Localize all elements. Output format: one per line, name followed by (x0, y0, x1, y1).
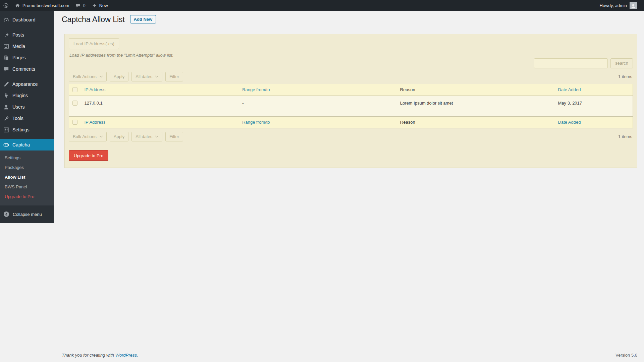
cell-ip-address: 127.0.0.1 (81, 96, 239, 116)
comment-bubble-icon (75, 3, 81, 8)
filter-button-bottom[interactable]: Filter (165, 132, 183, 141)
comments-icon (3, 66, 9, 72)
allow-list-table: IP Address Range from/to Reason Date Add… (69, 84, 633, 128)
items-count-bottom: 1 items (618, 134, 633, 139)
submenu-item-allow-list[interactable]: Allow List (0, 172, 54, 182)
admin-sidebar: Dashboard Posts Media Pages Comments App… (0, 11, 54, 223)
collapse-arrow-icon (3, 211, 10, 218)
submenu-item-packages[interactable]: Packages (0, 163, 54, 172)
sidebar-item-pages[interactable]: Pages (0, 52, 54, 63)
comments-menu[interactable]: 0 (72, 0, 88, 11)
wordpress-logo-icon (3, 3, 9, 8)
footer-header-date-added[interactable]: Date Added (555, 116, 633, 128)
sidebar-item-users[interactable]: Users (0, 101, 54, 113)
load-ip-button[interactable]: Load IP Address(-es) (69, 38, 119, 49)
submenu-item-settings[interactable]: Settings (0, 153, 54, 163)
footer-version: Version 5.6 (615, 353, 637, 358)
sidebar-item-media[interactable]: Media (0, 41, 54, 52)
sidebar-item-appearance[interactable]: Appearance (0, 78, 54, 90)
pages-icon (3, 55, 9, 61)
apply-button[interactable]: Apply (110, 72, 129, 81)
chevron-down-icon (155, 74, 159, 78)
cell-range: - (239, 96, 397, 116)
items-count: 1 items (618, 74, 633, 79)
wp-logo-button[interactable] (0, 0, 12, 11)
search-button[interactable]: search (610, 58, 633, 68)
plus-icon (92, 3, 97, 8)
footer: Thank you for creating with WordPress. V… (54, 350, 644, 362)
new-menu[interactable]: New (89, 0, 111, 11)
howdy-text: Howdy, admin (600, 3, 627, 8)
footer-thanks: Thank you for creating with WordPress. (62, 353, 138, 358)
tablenav-bottom: Bulk Actions Apply All dates Filter 1 it… (69, 132, 633, 141)
allow-list-panel: Load IP Address(-es) Load IP addresses f… (64, 34, 637, 168)
column-header-ip-address[interactable]: IP Address (81, 84, 239, 96)
admin-bar: Promo bestwebsoft.com 0 New Howdy, admin (0, 0, 644, 11)
apply-button-bottom[interactable]: Apply (110, 132, 129, 141)
menu-separator (0, 25, 54, 29)
column-header-date-added[interactable]: Date Added (555, 84, 633, 96)
sidebar-item-dashboard[interactable]: Dashboard (0, 14, 54, 25)
menu-separator (0, 135, 54, 139)
dates-filter-select-bottom[interactable]: All dates (131, 132, 162, 141)
person-icon (630, 3, 636, 9)
sidebar-item-label: Users (12, 104, 25, 110)
collapse-menu-label: Collapse menu (13, 212, 42, 217)
dates-filter-select[interactable]: All dates (131, 72, 162, 81)
filter-button[interactable]: Filter (165, 72, 183, 81)
select-all-checkbox-footer[interactable] (72, 120, 77, 125)
appearance-icon (3, 81, 9, 87)
main-area: Captcha Allow List Add New Load IP Addre… (54, 11, 644, 350)
sidebar-item-label: Tools (12, 116, 23, 121)
captcha-submenu: Settings Packages Allow List BWS Panel U… (0, 150, 54, 205)
sidebar-item-label: Settings (12, 127, 30, 132)
dashboard-icon (3, 17, 9, 23)
collapse-menu-button[interactable]: Collapse menu (0, 205, 54, 223)
submenu-item-upgrade-to-pro[interactable]: Upgrade to Pro (0, 192, 54, 201)
wordpress-link[interactable]: WordPress (115, 353, 137, 358)
table-row: 127.0.0.1 - Lorem Ipsum dolor sit amet M… (69, 96, 633, 116)
content-area: Captcha Allow List Add New Load IP Addre… (54, 0, 644, 362)
sidebar-item-posts[interactable]: Posts (0, 29, 54, 41)
dates-filter-label: All dates (136, 74, 152, 79)
sidebar-item-plugins[interactable]: Plugins (0, 90, 54, 101)
site-menu[interactable]: Promo bestwebsoft.com (12, 0, 72, 11)
sidebar-item-label: Appearance (12, 81, 38, 87)
account-menu[interactable]: Howdy, admin (595, 0, 640, 11)
row-checkbox[interactable] (72, 101, 77, 106)
cell-date-added: May 3, 2017 (555, 96, 633, 116)
footer-header-ip-address[interactable]: IP Address (81, 116, 239, 128)
sidebar-item-tools[interactable]: Tools (0, 113, 54, 124)
settings-icon (3, 127, 9, 133)
plugin-icon (3, 93, 9, 99)
cell-reason: Lorem Ipsum dolor sit amet (397, 96, 555, 116)
bulk-actions-select-bottom[interactable]: Bulk Actions (69, 132, 107, 141)
chevron-down-icon (155, 134, 159, 138)
bulk-actions-label: Bulk Actions (73, 134, 97, 139)
pin-icon (3, 32, 9, 38)
sidebar-item-settings[interactable]: Settings (0, 124, 54, 135)
sidebar-item-label: Posts (12, 32, 24, 38)
bulk-actions-label: Bulk Actions (73, 74, 97, 79)
upgrade-to-pro-button[interactable]: Upgrade to Pro (69, 150, 108, 161)
media-icon (3, 43, 9, 50)
select-all-checkbox[interactable] (72, 87, 77, 92)
captcha-icon (3, 142, 9, 148)
comments-count: 0 (83, 3, 85, 8)
column-header-range[interactable]: Range from/to (239, 84, 397, 96)
chevron-down-icon (99, 74, 103, 78)
footer-header-range[interactable]: Range from/to (239, 116, 397, 128)
site-name: Promo bestwebsoft.com (22, 3, 69, 8)
submenu-item-bws-panel[interactable]: BWS Panel (0, 182, 54, 192)
sidebar-item-captcha[interactable]: Captcha (0, 139, 54, 150)
sidebar-item-comments[interactable]: Comments (0, 63, 54, 75)
dates-filter-label: All dates (136, 134, 152, 139)
sidebar-item-label: Media (12, 44, 25, 49)
search-row: search (69, 58, 633, 68)
add-new-button[interactable]: Add New (130, 15, 156, 23)
chevron-down-icon (99, 134, 103, 138)
sidebar-item-label: Captcha (12, 142, 30, 147)
home-icon (15, 3, 20, 8)
search-input[interactable] (534, 58, 608, 68)
bulk-actions-select[interactable]: Bulk Actions (69, 72, 107, 81)
